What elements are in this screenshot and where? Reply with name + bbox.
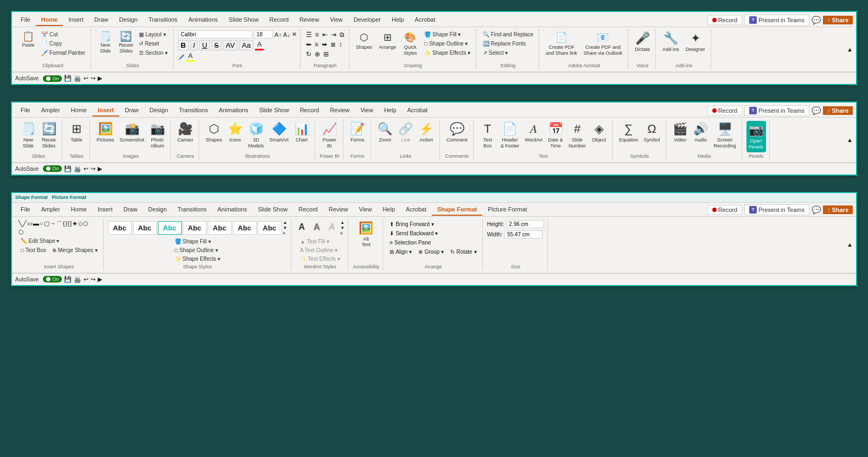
align-left-button[interactable]: ⬅	[305, 40, 312, 49]
style-scroll-up[interactable]: ▲	[283, 220, 288, 225]
record-button-1[interactable]: Record	[707, 15, 742, 25]
autosave-toggle-3[interactable]: On	[43, 276, 62, 282]
expand-ribbon-3[interactable]: ▲	[847, 219, 853, 271]
format-painter-button[interactable]: 🖌️ Format Painter	[39, 49, 87, 57]
present-icon-2[interactable]: ▶	[98, 165, 102, 172]
tab3-insert[interactable]: Insert	[92, 204, 118, 216]
increase-font-icon[interactable]: A↑	[275, 31, 282, 38]
tab-developer[interactable]: Developer	[348, 14, 386, 26]
text-highlight-btn[interactable]: A	[186, 52, 195, 62]
print-icon-3[interactable]: 🖨️	[74, 276, 81, 283]
new-slide-button[interactable]: 🗒️ NewSlide	[95, 30, 115, 55]
shape-round-rect[interactable]: ▢	[44, 220, 49, 228]
tab-draw[interactable]: Draw	[89, 14, 114, 26]
tab3-ampler[interactable]: Ampler	[36, 204, 66, 216]
pictures-button[interactable]: 🖼️ Pictures	[94, 121, 117, 144]
edit-shape-button[interactable]: ✏️ Edit Shape ▾	[18, 237, 61, 245]
text-fill-button[interactable]: ▲ Text Fill ▾	[298, 237, 342, 246]
autosave-toggle-2[interactable]: On	[43, 165, 62, 172]
wordart-scroll-up[interactable]: ▲	[340, 220, 344, 225]
style-scroll-down[interactable]: ▼	[283, 226, 288, 230]
text-align-button[interactable]: ⊕	[314, 50, 321, 59]
share-button-1[interactable]: ↑ Share	[823, 16, 853, 24]
ins-new-slide-button[interactable]: 🗒️ NewSlide	[18, 121, 38, 150]
save-icon-1[interactable]: 💾	[64, 75, 72, 82]
decrease-indent-button[interactable]: ⇤	[321, 30, 329, 39]
section-button[interactable]: ☰ Section ▾	[137, 49, 170, 57]
width-input[interactable]	[505, 230, 542, 239]
save-icon-2[interactable]: 💾	[64, 165, 72, 172]
tab3-transitions[interactable]: Transitions	[172, 204, 212, 216]
tab2-record[interactable]: Record	[295, 105, 324, 117]
textbox-button[interactable]: T TextBox	[478, 121, 497, 150]
tab-record[interactable]: Record	[264, 14, 294, 26]
merge-shapes-button[interactable]: ⊕ Merge Shapes ▾	[50, 246, 100, 254]
tab-transitions[interactable]: Transitions	[143, 14, 183, 26]
wordart-expand[interactable]: ≡	[340, 231, 344, 236]
create-pdf-outlook-button[interactable]: 📧 Create PDF andShare via Outlook	[582, 30, 625, 57]
record-button-3[interactable]: Record	[707, 205, 742, 215]
cameo-button[interactable]: 🎥 Cameo	[175, 121, 195, 144]
redo-icon-1[interactable]: ↪	[91, 75, 95, 82]
tab2-insert[interactable]: Insert	[92, 105, 119, 117]
audio-button[interactable]: 🔊 Audio	[691, 121, 711, 144]
chat-icon-2[interactable]: 💬	[812, 106, 821, 115]
tab3-record[interactable]: Record	[293, 204, 323, 216]
rotate-button[interactable]: ↻ Rotate ▾	[448, 248, 478, 256]
fmt-shape-outline-button[interactable]: □ Shape Outline ▾	[173, 246, 223, 254]
powerbi-button[interactable]: 📈 PowerBI	[320, 121, 339, 150]
find-replace-button[interactable]: 🔍 Find and Replace	[481, 30, 535, 38]
height-input[interactable]	[506, 220, 544, 228]
tab-file[interactable]: File	[15, 14, 36, 26]
paste-button[interactable]: 📋 Paste	[18, 30, 38, 49]
text-box-button[interactable]: □ Text Box	[18, 246, 48, 254]
shape-brace[interactable]: }	[65, 220, 67, 228]
select-button[interactable]: ↗ Select ▾	[481, 49, 535, 57]
shape-arrow[interactable]: →	[50, 220, 56, 228]
redo-icon-3[interactable]: ↪	[91, 276, 95, 283]
shape-fill-button[interactable]: 🪣 Shape Fill ▾	[422, 30, 473, 38]
tab-view[interactable]: View	[324, 14, 348, 26]
reset-button[interactable]: ↺ Reset	[137, 40, 170, 48]
expand-ribbon-2[interactable]: ▲	[847, 120, 853, 160]
cut-button[interactable]: ✂️ Cut	[39, 30, 87, 38]
style-swatch-3[interactable]: Abc	[158, 221, 182, 235]
comment-button[interactable]: 💬 Comment	[444, 121, 470, 144]
tab2-help[interactable]: Help	[379, 105, 402, 117]
bring-forward-arrow[interactable]: ▾	[431, 221, 434, 227]
create-pdf-button[interactable]: 📄 Create PDFand Share link	[544, 30, 579, 57]
layout-button[interactable]: ▦ Layout ▾	[137, 30, 170, 38]
designer-button[interactable]: ✦ Designer	[684, 30, 707, 54]
decrease-font-icon[interactable]: A↓	[283, 31, 290, 38]
3d-models-button[interactable]: 🧊 3DModels	[246, 121, 266, 150]
tab2-review[interactable]: Review	[324, 105, 355, 117]
tab3-help[interactable]: Help	[377, 204, 400, 216]
share-button-2[interactable]: ↑ Share	[823, 106, 853, 115]
tab3-draw[interactable]: Draw	[118, 204, 143, 216]
tab3-view[interactable]: View	[354, 204, 378, 216]
tab3-acrobat[interactable]: Acrobat	[400, 204, 432, 216]
char-spacing-button[interactable]: AV	[223, 40, 238, 50]
present-teams-button-1[interactable]: T Present in Teams	[744, 15, 809, 25]
tab-design[interactable]: Design	[113, 14, 143, 26]
addins-button[interactable]: 🔧 Add-ins	[660, 30, 681, 54]
tab-slideshow[interactable]: Slide Show	[224, 14, 264, 26]
send-backward-arrow[interactable]: ▾	[435, 230, 438, 236]
tab2-slideshow[interactable]: Slide Show	[254, 105, 295, 117]
smartart-convert-button[interactable]: ⊞	[322, 50, 330, 59]
shape-bracket2[interactable]: ]	[70, 220, 72, 228]
icons-button[interactable]: ⭐ Icons	[226, 121, 245, 144]
align-center-button[interactable]: ≡	[314, 40, 320, 49]
shape-star[interactable]: ★	[72, 220, 78, 228]
redo-icon-2[interactable]: ↪	[91, 165, 95, 172]
dictate-button[interactable]: 🎤 Dictate	[633, 30, 652, 54]
forms-button[interactable]: 📝 Forms	[348, 121, 367, 144]
tab2-file[interactable]: File	[15, 105, 36, 117]
wordart-button[interactable]: 𝐴 WordArt	[522, 121, 545, 144]
columns-button[interactable]: ⧉	[339, 30, 346, 39]
style-expand[interactable]: ≡	[283, 231, 288, 236]
tab3-design[interactable]: Design	[143, 204, 172, 216]
copy-button[interactable]: 📄 Copy	[39, 40, 87, 48]
ins-reuse-slides-button[interactable]: 🔄 ReuseSlides	[39, 121, 59, 150]
shape-pentagon[interactable]: ⬠	[83, 220, 88, 228]
